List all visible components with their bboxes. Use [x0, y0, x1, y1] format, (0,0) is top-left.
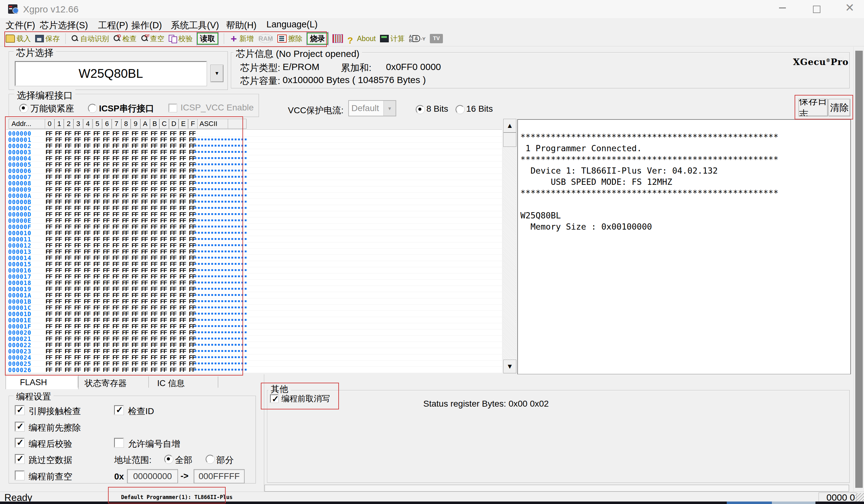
hex-byte-cell[interactable]: FF: [140, 298, 149, 305]
hex-byte-cell[interactable]: FF: [73, 255, 82, 261]
hex-byte-cell[interactable]: FF: [44, 323, 53, 330]
hex-byte-cell[interactable]: FF: [168, 130, 178, 137]
hex-byte-cell[interactable]: FF: [178, 298, 187, 305]
hex-byte-cell[interactable]: FF: [168, 242, 178, 249]
hex-byte-cell[interactable]: FF: [149, 186, 159, 193]
hex-byte-cell[interactable]: FF: [44, 317, 53, 323]
hex-byte-cell[interactable]: FF: [159, 304, 168, 311]
hex-byte-cell[interactable]: FF: [92, 217, 101, 224]
toolbar-about-button[interactable]: ?About: [347, 35, 376, 43]
hex-byte-cell[interactable]: FF: [73, 279, 82, 286]
hex-byte-cell[interactable]: FF: [83, 248, 92, 255]
hex-byte-cell[interactable]: FF: [149, 230, 159, 236]
hex-byte-cell[interactable]: FF: [130, 236, 140, 243]
toolbar-load-button[interactable]: 载入: [5, 34, 31, 44]
toolbar-program-button[interactable]: 烧录: [307, 33, 328, 45]
hex-byte-cell[interactable]: FF: [168, 261, 178, 268]
hex-byte-cell[interactable]: FF: [121, 174, 130, 181]
hex-byte-cell[interactable]: FF: [83, 230, 92, 236]
hex-byte-cell[interactable]: FF: [130, 360, 140, 367]
hex-byte-cell[interactable]: FF: [73, 298, 82, 305]
hex-byte-cell[interactable]: FF: [111, 149, 120, 156]
hex-byte-cell[interactable]: FF: [149, 367, 159, 373]
hex-byte-cell[interactable]: FF: [178, 323, 187, 330]
hex-row[interactable]: 000024FFFFFFFFFFFFFFFFFFFFFFFFFFFFFFFF■■…: [6, 354, 502, 360]
hex-byte-cell[interactable]: FF: [73, 342, 82, 348]
hex-byte-cell[interactable]: FF: [63, 255, 73, 261]
hex-byte-cell[interactable]: FF: [101, 354, 111, 361]
hex-byte-cell[interactable]: FF: [159, 273, 168, 280]
hex-byte-cell[interactable]: FF: [168, 292, 178, 299]
hex-row[interactable]: 00001EFFFFFFFFFFFFFFFFFFFFFFFFFFFFFFFF■■…: [6, 317, 502, 323]
icsp-radio-label[interactable]: ICSP串行接口: [99, 103, 154, 114]
skip-blank-label[interactable]: 跳过空数据: [29, 454, 72, 466]
hex-byte-cell[interactable]: FF: [83, 255, 92, 261]
hex-byte-cell[interactable]: FF: [44, 267, 53, 274]
hex-byte-cell[interactable]: FF: [73, 354, 82, 361]
hex-byte-cell[interactable]: FF: [140, 248, 149, 255]
hex-byte-cell[interactable]: FF: [168, 360, 178, 367]
hex-byte-cell[interactable]: FF: [178, 292, 187, 299]
hex-byte-cell[interactable]: FF: [111, 292, 120, 299]
hex-byte-cell[interactable]: FF: [130, 149, 140, 156]
serial-increment-checkbox[interactable]: [114, 438, 123, 447]
hex-byte-cell[interactable]: FF: [54, 149, 63, 156]
hex-byte-cell[interactable]: FF: [44, 304, 53, 311]
hex-byte-cell[interactable]: FF: [111, 242, 120, 249]
hex-byte-cell[interactable]: FF: [83, 192, 92, 199]
minimize-button[interactable]: [776, 8, 789, 17]
verify-after-label[interactable]: 编程后校验: [29, 438, 72, 450]
hex-byte-cell[interactable]: FF: [44, 335, 53, 342]
hex-byte-cell[interactable]: FF: [149, 223, 159, 230]
hex-byte-cell[interactable]: FF: [178, 267, 187, 274]
hex-byte-cell[interactable]: FF: [149, 136, 159, 143]
hex-byte-cell[interactable]: FF: [121, 230, 130, 236]
hex-byte-cell[interactable]: FF: [44, 155, 53, 162]
hex-byte-cell[interactable]: FF: [73, 155, 82, 162]
hex-byte-cell[interactable]: FF: [44, 161, 53, 168]
hex-byte-cell[interactable]: FF: [178, 317, 187, 323]
menu-item-1[interactable]: 芯片选择(S): [40, 19, 88, 32]
hex-row[interactable]: 00000AFFFFFFFFFFFFFFFFFFFFFFFFFFFFFFFF■■…: [6, 192, 502, 199]
hex-byte-cell[interactable]: FF: [130, 292, 140, 299]
hex-byte-cell[interactable]: FF: [159, 261, 168, 268]
hex-byte-cell[interactable]: FF: [121, 298, 130, 305]
hex-byte-cell[interactable]: FF: [159, 292, 168, 299]
hex-byte-cell[interactable]: FF: [130, 255, 140, 261]
hex-byte-cell[interactable]: FF: [63, 161, 73, 168]
hex-byte-cell[interactable]: FF: [73, 174, 82, 181]
hex-row[interactable]: 00000CFFFFFFFFFFFFFFFFFFFFFFFFFFFFFFFF■■…: [6, 205, 502, 211]
bits16-radio[interactable]: [456, 105, 464, 114]
hex-byte-cell[interactable]: FF: [54, 286, 63, 293]
hex-byte-cell[interactable]: FF: [111, 180, 120, 187]
hex-byte-cell[interactable]: FF: [149, 335, 159, 342]
hex-byte-cell[interactable]: FF: [92, 317, 101, 323]
hex-byte-cell[interactable]: FF: [54, 304, 63, 311]
hex-byte-cell[interactable]: FF: [178, 223, 187, 230]
hex-byte-cell[interactable]: FF: [101, 217, 111, 224]
hex-byte-cell[interactable]: FF: [149, 155, 159, 162]
hex-byte-cell[interactable]: FF: [121, 161, 130, 168]
hex-byte-cell[interactable]: FF: [54, 342, 63, 348]
hex-byte-cell[interactable]: FF: [159, 248, 168, 255]
hex-byte-cell[interactable]: FF: [130, 323, 140, 330]
hex-byte-cell[interactable]: FF: [121, 317, 130, 323]
hex-byte-cell[interactable]: FF: [159, 143, 168, 149]
hex-byte-cell[interactable]: FF: [83, 273, 92, 280]
hex-byte-cell[interactable]: FF: [111, 161, 120, 168]
hex-byte-cell[interactable]: FF: [140, 230, 149, 236]
hex-byte-cell[interactable]: FF: [83, 286, 92, 293]
hex-byte-cell[interactable]: FF: [168, 304, 178, 311]
hex-byte-cell[interactable]: FF: [92, 261, 101, 268]
hex-byte-cell[interactable]: FF: [130, 261, 140, 268]
hex-byte-cell[interactable]: FF: [111, 155, 120, 162]
hex-row[interactable]: 000002FFFFFFFFFFFFFFFFFFFFFFFFFFFFFFFF■■…: [6, 143, 502, 149]
hex-byte-cell[interactable]: FF: [101, 180, 111, 187]
hex-byte-cell[interactable]: FF: [44, 143, 53, 149]
hex-byte-cell[interactable]: FF: [54, 354, 63, 361]
hex-byte-cell[interactable]: FF: [111, 273, 120, 280]
hex-byte-cell[interactable]: FF: [159, 198, 168, 205]
hex-byte-cell[interactable]: FF: [73, 149, 82, 156]
hex-byte-cell[interactable]: FF: [130, 174, 140, 181]
hex-byte-cell[interactable]: FF: [168, 273, 178, 280]
